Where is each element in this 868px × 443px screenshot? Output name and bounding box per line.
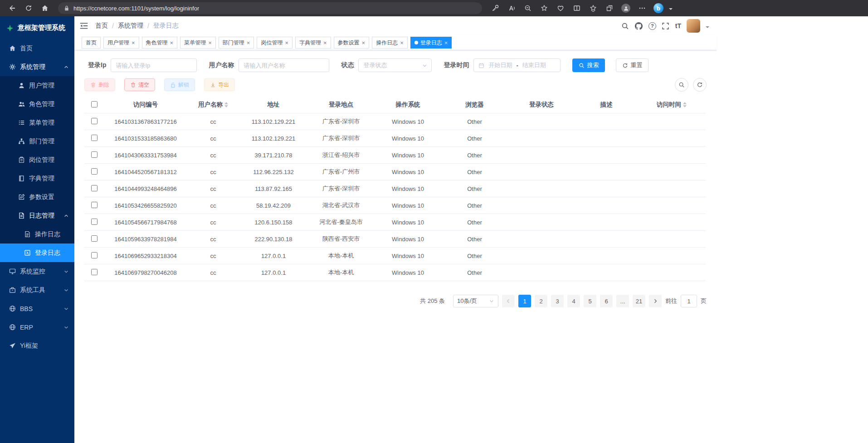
address-bar[interactable]: https://ccnetcore.com:1101/system/log/lo…: [58, 2, 482, 14]
tab-close-icon[interactable]: ×: [208, 40, 212, 46]
search-button[interactable]: 搜索: [572, 58, 605, 72]
page-button-2[interactable]: 2: [535, 295, 547, 307]
refresh-table-button[interactable]: [693, 78, 707, 92]
read-aloud-icon[interactable]: [505, 2, 518, 15]
page-button-4[interactable]: 4: [567, 295, 580, 307]
username-input[interactable]: [239, 58, 329, 72]
sidebar-item-dict-management[interactable]: 字典管理: [0, 169, 74, 188]
column-header-user[interactable]: 用户名称: [187, 97, 239, 113]
tab-user-management[interactable]: 用户管理×: [103, 37, 139, 49]
sidebar-item-erp[interactable]: ERP: [0, 318, 74, 336]
tab-post-management[interactable]: 岗位管理×: [257, 37, 293, 49]
sidebar-item-bbs[interactable]: BBS: [0, 299, 74, 318]
browser-essentials-icon[interactable]: [554, 2, 567, 15]
sidebar-item-menu-management[interactable]: 菜单管理: [0, 113, 74, 132]
page-button-1[interactable]: 1: [518, 295, 531, 307]
row-checkbox[interactable]: [91, 168, 98, 175]
page-button-3[interactable]: 3: [551, 295, 564, 307]
tab-home[interactable]: 首页: [82, 37, 101, 49]
tab-close-icon[interactable]: ×: [247, 40, 250, 46]
user-avatar[interactable]: [687, 19, 700, 33]
select-all-checkbox[interactable]: [91, 101, 98, 107]
row-checkbox[interactable]: [91, 252, 98, 258]
reset-button[interactable]: 重置: [616, 58, 649, 72]
sort-carets[interactable]: [224, 102, 228, 107]
column-header-time[interactable]: 访问时间: [638, 97, 706, 113]
bing-caret-icon[interactable]: [669, 8, 673, 12]
zoom-out-icon[interactable]: [521, 2, 535, 15]
sidebar-item-system-monitor[interactable]: 系统监控: [0, 262, 74, 281]
tab-department-management[interactable]: 部门管理×: [219, 37, 254, 49]
tab-close-icon[interactable]: ×: [444, 40, 448, 46]
sidebar-item-user-management[interactable]: 用户管理: [0, 76, 74, 95]
help-icon[interactable]: ?: [649, 22, 656, 30]
tab-close-icon[interactable]: ×: [323, 40, 327, 46]
status-select[interactable]: 登录状态: [358, 58, 432, 72]
unlock-button[interactable]: 解锁: [164, 78, 195, 91]
refresh-button[interactable]: [22, 2, 35, 15]
tab-param-settings[interactable]: 参数设置×: [334, 37, 370, 49]
tab-login-log[interactable]: 登录日志×: [410, 37, 452, 49]
bing-copilot-icon[interactable]: b: [652, 2, 665, 15]
tab-role-management[interactable]: 角色管理×: [142, 37, 178, 49]
row-checkbox[interactable]: [91, 151, 98, 158]
tab-operation-log[interactable]: 操作日志×: [372, 37, 408, 49]
row-checkbox[interactable]: [91, 118, 98, 124]
tab-close-icon[interactable]: ×: [132, 40, 135, 46]
row-checkbox[interactable]: [91, 185, 98, 191]
next-page-button[interactable]: [649, 295, 662, 307]
back-button[interactable]: [5, 2, 19, 15]
favorites-icon[interactable]: [586, 2, 600, 15]
export-button[interactable]: 导出: [204, 78, 235, 91]
clear-button[interactable]: 清空: [124, 78, 155, 91]
sort-carets[interactable]: [683, 102, 687, 107]
page-more-button[interactable]: ...: [616, 295, 629, 307]
row-checkbox[interactable]: [91, 135, 98, 141]
tab-close-icon[interactable]: ×: [400, 40, 404, 46]
add-favorite-icon[interactable]: [537, 2, 551, 15]
sidebar-item-system-management[interactable]: 系统管理: [0, 58, 74, 76]
tab-close-icon[interactable]: ×: [362, 40, 366, 46]
tab-close-icon[interactable]: ×: [285, 40, 288, 46]
row-checkbox[interactable]: [91, 202, 98, 208]
avatar-caret-icon[interactable]: [706, 26, 709, 30]
row-checkbox[interactable]: [91, 269, 98, 275]
sidebar-item-operation-log[interactable]: 操作日志: [0, 225, 74, 243]
sidebar-item-log-management[interactable]: 日志管理: [0, 206, 74, 225]
sidebar-item-role-management[interactable]: 角色管理: [0, 95, 74, 113]
home-button[interactable]: [38, 2, 52, 15]
sidebar-item-department-management[interactable]: 部门管理: [0, 132, 74, 151]
search-icon[interactable]: [621, 22, 629, 30]
github-icon[interactable]: [635, 22, 643, 30]
app-logo[interactable]: 意框架管理系统: [0, 16, 74, 39]
show-search-button[interactable]: [675, 78, 688, 92]
row-checkbox[interactable]: [91, 235, 98, 242]
fullscreen-icon[interactable]: [662, 22, 670, 30]
password-key-icon[interactable]: [488, 2, 502, 15]
collections-icon[interactable]: [603, 2, 616, 15]
delete-button[interactable]: 删除: [84, 78, 115, 91]
split-screen-icon[interactable]: [570, 2, 584, 15]
tab-menu-management[interactable]: 菜单管理×: [180, 37, 216, 49]
page-size-select[interactable]: 10条/页: [453, 295, 498, 307]
sidebar-item-system-tools[interactable]: 系统工具: [0, 281, 74, 299]
sidebar-item-post-management[interactable]: 岗位管理: [0, 151, 74, 169]
tab-close-icon[interactable]: ×: [170, 40, 174, 46]
login-ip-input[interactable]: [111, 58, 197, 72]
prev-page-button[interactable]: [502, 295, 515, 307]
tab-dict-management[interactable]: 字典管理×: [295, 37, 331, 49]
page-button-6[interactable]: 6: [600, 295, 613, 307]
breadcrumb-system-management[interactable]: 系统管理: [118, 22, 143, 30]
sidebar-item-login-log[interactable]: 登录日志: [0, 243, 74, 262]
date-range-picker[interactable]: 开始日期 - 结束日期: [473, 58, 561, 72]
page-button-21[interactable]: 21: [633, 295, 645, 307]
browser-profile-icon[interactable]: [619, 2, 633, 15]
font-size-icon[interactable]: tT: [675, 22, 681, 30]
breadcrumb-home[interactable]: 首页: [95, 22, 108, 30]
page-button-5[interactable]: 5: [584, 295, 596, 307]
sidebar-item-param-settings[interactable]: 参数设置: [0, 188, 74, 206]
sidebar-collapse-button[interactable]: [79, 21, 89, 31]
browser-settings-more-icon[interactable]: [635, 2, 649, 15]
goto-page-input[interactable]: [681, 295, 697, 307]
sidebar-item-home[interactable]: 首页: [0, 39, 74, 58]
